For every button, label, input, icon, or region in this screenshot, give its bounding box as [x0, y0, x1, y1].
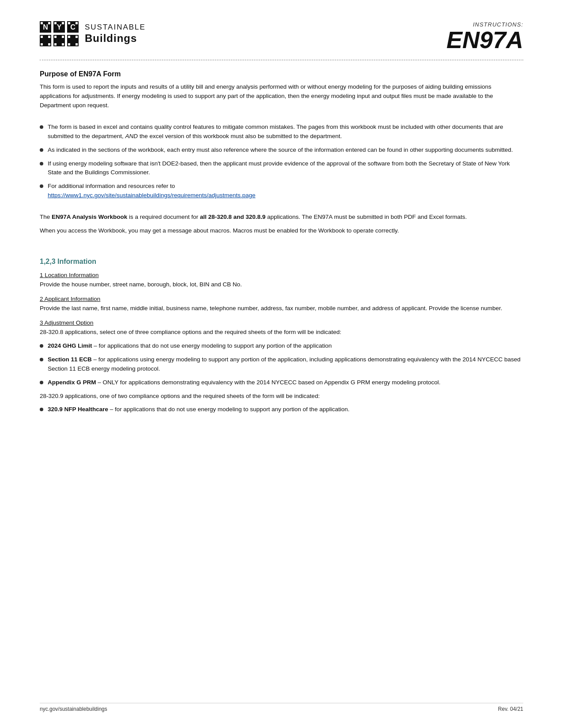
- workbook-para1: The EN97A Analysis Workbook is a require…: [40, 213, 523, 222]
- footer-right: Rev. 04/21: [498, 706, 523, 712]
- purpose-title: Purpose of EN97A Form: [40, 70, 523, 78]
- bullet-dot-1: [40, 125, 43, 129]
- purpose-paragraph: This form is used to report the inputs a…: [40, 83, 523, 110]
- adj-dot-1: [40, 344, 43, 348]
- adj-bullet-2: Section 11 ECB – for applications using …: [40, 355, 523, 374]
- info-section-title: 1,2,3 Information: [40, 258, 523, 266]
- bullet-dot-2: [40, 148, 43, 152]
- svg-rect-25: [68, 43, 70, 45]
- svg-rect-23: [68, 36, 70, 38]
- spacer-3: [40, 240, 523, 248]
- bullet-item-3: If using energy modeling software that i…: [40, 159, 523, 178]
- svg-rect-2: [41, 22, 43, 24]
- svg-rect-21: [62, 43, 64, 45]
- svg-rect-3: [48, 22, 50, 24]
- logo-sustainable: SUSTAINABLE: [85, 23, 146, 32]
- svg-rect-11: [76, 22, 78, 24]
- bullet-text-3: If using energy modeling software that i…: [48, 159, 523, 178]
- subsection-heading-2: 2 Applicant Information: [40, 296, 523, 302]
- svg-rect-13: [41, 36, 43, 38]
- bullet-dot-4: [40, 184, 43, 188]
- footer-left: nyc.gov/sustainablebuildings: [40, 706, 107, 712]
- svg-rect-26: [76, 43, 78, 45]
- adj-text-3: Appendix G PRM – ONLY for applications d…: [48, 378, 440, 387]
- workbook-para2: When you access the Workbook, you may ge…: [40, 226, 523, 236]
- adj-dot-3: [40, 381, 43, 384]
- bullet-text-2: As indicated in the sections of the work…: [48, 146, 513, 155]
- svg-rect-20: [54, 43, 57, 45]
- subsection-3-body: 28-320.8 applications, select one of thr…: [40, 328, 523, 337]
- page: N Y C: [0, 0, 563, 728]
- adj-bullet-1: 2024 GHG Limit – for applications that d…: [40, 341, 523, 351]
- header-divider: [40, 60, 523, 60]
- svg-rect-14: [48, 36, 50, 38]
- bullet-item-4: For additional information and resources…: [40, 182, 523, 200]
- adj-text-2: Section 11 ECB – for applications using …: [48, 355, 523, 374]
- svg-rect-16: [48, 43, 50, 45]
- subsection-heading-1: 1 Location Information: [40, 272, 523, 278]
- svg-rect-6: [54, 22, 57, 24]
- bullet-item-1: The form is based in excel and contains …: [40, 123, 523, 141]
- logo-area: N Y C: [40, 21, 146, 47]
- subsection-1-body: Provide the house number, street name, b…: [40, 280, 523, 289]
- purpose-bullets: The form is based in excel and contains …: [40, 123, 523, 200]
- nyc-logo: N Y C: [40, 21, 79, 47]
- dot-320-9-1: [40, 408, 43, 411]
- purpose-section: Purpose of EN97A Form This form is used …: [40, 70, 523, 236]
- logo-text: SUSTAINABLE Buildings: [85, 23, 146, 45]
- svg-rect-19: [62, 36, 64, 38]
- spacer-1: [40, 115, 523, 123]
- form-code: EN97A: [446, 28, 523, 52]
- header: N Y C: [40, 21, 523, 52]
- bullets-320-9: 320.9 NFP Healthcare – for applications …: [40, 405, 523, 414]
- subsection-heading-3: 3 Adjustment Option: [40, 319, 523, 326]
- adj-dot-2: [40, 358, 43, 361]
- svg-rect-15: [41, 43, 43, 45]
- instructions-area: INSTRUCTIONS: EN97A: [446, 21, 523, 52]
- resources-link[interactable]: https://www1.nyc.gov/site/sustainablebui…: [48, 192, 256, 199]
- subsection-2-label: 2 Applicant Information: [40, 296, 100, 302]
- subsection-1-label: 1 Location Information: [40, 272, 99, 278]
- bullet-text-4: For additional information and resources…: [48, 182, 256, 200]
- subsection-2-body: Provide the last name, first name, middl…: [40, 304, 523, 313]
- adjustment-bullets: 2024 GHG Limit – for applications that d…: [40, 341, 523, 387]
- logo-buildings: Buildings: [85, 32, 146, 45]
- bullet-item-2: As indicated in the sections of the work…: [40, 146, 523, 155]
- svg-text:Y: Y: [57, 23, 62, 31]
- bullet-dot-3: [40, 162, 43, 165]
- bullet-text-1: The form is based in excel and contains …: [48, 123, 523, 141]
- svg-text:N: N: [43, 23, 48, 31]
- footer: nyc.gov/sustainablebuildings Rev. 04/21: [40, 703, 523, 712]
- svg-rect-18: [54, 36, 57, 38]
- subsection-3-label: 3 Adjustment Option: [40, 319, 94, 326]
- text-320-9-1: 320.9 NFP Healthcare – for applications …: [48, 405, 349, 414]
- bullet-320-9-1: 320.9 NFP Healthcare – for applications …: [40, 405, 523, 414]
- svg-rect-10: [68, 22, 70, 24]
- spacer-2: [40, 205, 523, 213]
- svg-rect-7: [62, 22, 64, 24]
- info-section: 1,2,3 Information 1 Location Information…: [40, 258, 523, 414]
- svg-rect-24: [76, 36, 78, 38]
- adj-bullet-3: Appendix G PRM – ONLY for applications d…: [40, 378, 523, 387]
- para-320-9: 28-320.9 applications, one of two compli…: [40, 392, 523, 401]
- adj-text-1: 2024 GHG Limit – for applications that d…: [48, 341, 332, 351]
- svg-text:C: C: [70, 23, 76, 31]
